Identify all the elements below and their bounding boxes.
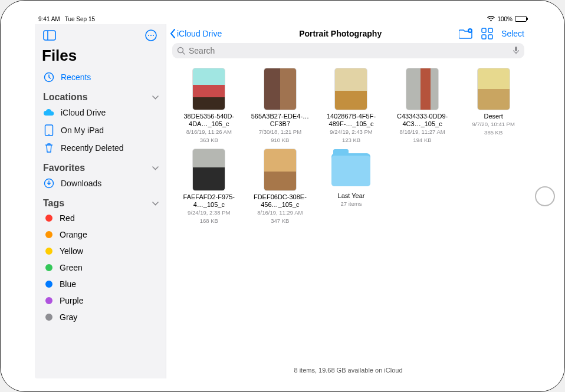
- page-title: Portrait Photography: [299, 29, 382, 38]
- tag-label: Blue: [60, 279, 76, 289]
- search-input[interactable]: [189, 46, 509, 55]
- trash-icon: [43, 142, 55, 154]
- folder-icon: [331, 153, 370, 186]
- sidebar-item-trash[interactable]: Recently Deleted: [35, 139, 166, 157]
- status-bar: 9:41 AM Tue Sep 15 100%: [35, 14, 530, 24]
- tag-dot-icon: [45, 297, 52, 304]
- sidebar-toggle-icon[interactable]: [42, 28, 57, 43]
- files-grid: 38DE5356-540D-4DA…_105_c8/16/19, 11:26 A…: [166, 63, 530, 364]
- file-item[interactable]: 1402867B-4F5F-489F-…_105_c9/24/19, 2:43 …: [320, 68, 382, 144]
- file-date: 8/16/19, 11:29 AM: [257, 209, 303, 216]
- svg-rect-17: [515, 47, 517, 51]
- sidebar-item-label: Recently Deleted: [61, 143, 124, 153]
- sidebar: Files Recents Locations: [35, 24, 166, 378]
- svg-point-3: [148, 35, 149, 36]
- file-size: 347 KB: [271, 218, 289, 225]
- file-thumbnail: [477, 68, 510, 110]
- chevron-down-icon: [152, 202, 159, 206]
- tag-label: Yellow: [60, 246, 83, 256]
- sidebar-tag-item[interactable]: Yellow: [35, 243, 166, 259]
- content-area: iCloud Drive Portrait Photography Select: [166, 24, 530, 378]
- file-item[interactable]: C4334333-0DD9-4C3…_105_c8/16/19, 11:27 A…: [392, 68, 454, 144]
- file-name: 38DE5356-540D-4DA…_105_c: [179, 113, 238, 128]
- battery-pct: 100%: [497, 16, 513, 22]
- tag-label: Red: [60, 213, 75, 223]
- sidebar-section-tags[interactable]: Tags: [35, 192, 166, 210]
- sidebar-item-downloads[interactable]: Downloads: [35, 174, 166, 192]
- home-button[interactable]: [535, 186, 555, 206]
- view-mode-icon[interactable]: [481, 28, 493, 39]
- clock-icon: [43, 71, 55, 83]
- tag-dot-icon: [45, 281, 52, 288]
- file-date: 7/30/18, 1:21 PM: [259, 129, 301, 136]
- chevron-down-icon: [152, 95, 159, 100]
- sidebar-title: Files: [35, 45, 166, 68]
- sidebar-tag-item[interactable]: Red: [35, 210, 166, 226]
- file-thumbnail: [406, 68, 439, 110]
- mic-icon[interactable]: [513, 46, 520, 55]
- file-name: FAEFAFD2-F975-4…_105_c: [179, 193, 238, 209]
- cloud-icon: [43, 107, 55, 118]
- sidebar-item-label: On My iPad: [61, 126, 104, 135]
- svg-point-4: [150, 35, 152, 36]
- file-name: Desert: [484, 113, 502, 120]
- svg-rect-14: [488, 35, 492, 39]
- svg-rect-12: [488, 28, 492, 32]
- svg-line-16: [183, 52, 185, 55]
- file-item[interactable]: 38DE5356-540D-4DA…_105_c8/16/19, 11:26 A…: [178, 68, 240, 144]
- sidebar-tag-item[interactable]: Gray: [35, 309, 166, 325]
- file-item[interactable]: FDEF06DC-308E-456…_105_c8/16/19, 11:29 A…: [249, 149, 311, 225]
- sidebar-tag-item[interactable]: Orange: [35, 226, 166, 243]
- ipad-frame: 9:41 AM Tue Sep 15 100%: [0, 0, 565, 392]
- file-size: 363 KB: [200, 137, 218, 144]
- file-date: 9/7/20, 10:41 PM: [472, 121, 515, 128]
- folder-item[interactable]: Last Year27 items: [320, 149, 382, 225]
- file-date: 27 items: [341, 200, 362, 207]
- search-bar[interactable]: [172, 43, 524, 58]
- navbar: iCloud Drive Portrait Photography Select: [166, 24, 530, 42]
- sidebar-item-icloud[interactable]: iCloud Drive: [35, 104, 166, 121]
- sidebar-item-onmyipad[interactable]: On My iPad: [35, 121, 166, 139]
- sidebar-tag-item[interactable]: Purple: [35, 292, 166, 309]
- new-folder-icon[interactable]: [459, 28, 473, 39]
- sidebar-tag-item[interactable]: Green: [35, 259, 166, 276]
- tag-dot-icon: [45, 264, 52, 271]
- file-item[interactable]: 565A3B27-EDE4-…CF3B77/30/18, 1:21 PM910 …: [249, 68, 311, 144]
- screen: 9:41 AM Tue Sep 15 100%: [35, 14, 530, 378]
- file-name: 1402867B-4F5F-489F-…_105_c: [321, 113, 380, 128]
- sidebar-item-recents[interactable]: Recents: [35, 68, 166, 86]
- file-size: 123 KB: [342, 137, 360, 144]
- tag-label: Green: [60, 263, 83, 272]
- sidebar-section-locations[interactable]: Locations: [35, 86, 166, 104]
- sidebar-section-favorites[interactable]: Favorites: [35, 157, 166, 174]
- svg-point-8: [48, 134, 50, 135]
- svg-rect-11: [482, 28, 486, 32]
- file-size: 910 KB: [271, 137, 289, 144]
- select-button[interactable]: Select: [501, 29, 524, 38]
- status-date: Tue Sep 15: [65, 16, 95, 22]
- svg-rect-13: [482, 35, 486, 39]
- sidebar-item-label: Recents: [61, 73, 91, 82]
- battery-icon: [515, 16, 527, 22]
- sidebar-tag-item[interactable]: Blue: [35, 276, 166, 292]
- status-time: 9:41 AM: [38, 16, 60, 22]
- file-thumbnail: [192, 149, 225, 191]
- file-date: 9/24/19, 2:38 PM: [188, 209, 230, 216]
- file-item[interactable]: FAEFAFD2-F975-4…_105_c9/24/19, 2:38 PM16…: [178, 149, 240, 225]
- file-thumbnail: [264, 149, 297, 191]
- more-icon[interactable]: [143, 28, 159, 43]
- file-item[interactable]: Desert9/7/20, 10:41 PM385 KB: [462, 68, 524, 144]
- tag-dot-icon: [45, 314, 52, 321]
- sidebar-item-label: iCloud Drive: [61, 108, 106, 117]
- file-thumbnail: [264, 68, 297, 110]
- file-date: 8/16/19, 11:26 AM: [186, 129, 232, 136]
- file-size: 168 KB: [200, 218, 218, 225]
- back-button[interactable]: iCloud Drive: [170, 29, 222, 38]
- tag-label: Purple: [60, 296, 83, 305]
- file-date: 8/16/19, 11:27 AM: [400, 129, 445, 136]
- svg-point-5: [153, 35, 154, 36]
- tag-dot-icon: [45, 231, 52, 238]
- footer-status: 8 items, 19.68 GB available on iCloud: [166, 364, 530, 378]
- tag-dot-icon: [45, 248, 52, 255]
- sidebar-item-label: Downloads: [61, 179, 101, 188]
